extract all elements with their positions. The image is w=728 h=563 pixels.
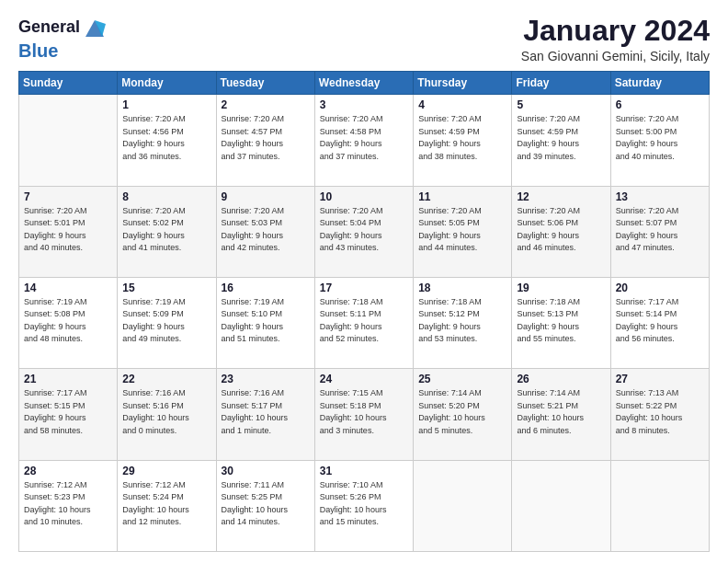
logo: General Blue (18, 15, 108, 61)
weekday-header-friday: Friday (512, 72, 610, 95)
day-number: 24 (320, 373, 408, 385)
day-info: Sunrise: 7:18 AM Sunset: 5:12 PM Dayligh… (418, 296, 506, 346)
calendar-cell: 29Sunrise: 7:12 AM Sunset: 5:24 PM Dayli… (118, 460, 216, 551)
calendar-cell: 2Sunrise: 7:20 AM Sunset: 4:57 PM Daylig… (216, 95, 314, 186)
calendar-week-row: 7Sunrise: 7:20 AM Sunset: 5:01 PM Daylig… (19, 186, 710, 277)
calendar-cell: 12Sunrise: 7:20 AM Sunset: 5:06 PM Dayli… (512, 186, 610, 277)
calendar-cell: 26Sunrise: 7:14 AM Sunset: 5:21 PM Dayli… (512, 369, 610, 460)
day-info: Sunrise: 7:20 AM Sunset: 5:06 PM Dayligh… (517, 205, 605, 255)
day-info: Sunrise: 7:14 AM Sunset: 5:20 PM Dayligh… (418, 387, 506, 437)
day-number: 20 (616, 282, 704, 294)
logo-text-general: General (18, 18, 80, 37)
day-info: Sunrise: 7:20 AM Sunset: 4:59 PM Dayligh… (517, 113, 605, 163)
calendar-cell: 6Sunrise: 7:20 AM Sunset: 5:00 PM Daylig… (610, 95, 709, 186)
weekday-header-wednesday: Wednesday (314, 72, 413, 95)
calendar-cell: 16Sunrise: 7:19 AM Sunset: 5:10 PM Dayli… (216, 277, 314, 368)
day-number: 10 (320, 190, 408, 203)
day-info: Sunrise: 7:20 AM Sunset: 5:00 PM Dayligh… (616, 113, 704, 163)
calendar-cell: 8Sunrise: 7:20 AM Sunset: 5:02 PM Daylig… (118, 186, 216, 277)
day-info: Sunrise: 7:17 AM Sunset: 5:14 PM Dayligh… (616, 296, 704, 346)
calendar-cell: 9Sunrise: 7:20 AM Sunset: 5:03 PM Daylig… (216, 186, 314, 277)
day-info: Sunrise: 7:20 AM Sunset: 5:02 PM Dayligh… (122, 205, 210, 255)
day-number: 11 (418, 190, 506, 203)
page: General Blue January 2024 San Giovanni G… (0, 0, 728, 563)
day-number: 25 (418, 373, 506, 385)
calendar-cell (19, 95, 118, 186)
day-number: 2 (222, 98, 310, 111)
calendar-week-row: 28Sunrise: 7:12 AM Sunset: 5:23 PM Dayli… (19, 460, 710, 551)
calendar-cell: 4Sunrise: 7:20 AM Sunset: 4:59 PM Daylig… (414, 95, 512, 186)
day-info: Sunrise: 7:18 AM Sunset: 5:11 PM Dayligh… (320, 296, 408, 346)
day-number: 21 (24, 373, 112, 385)
day-info: Sunrise: 7:19 AM Sunset: 5:08 PM Dayligh… (24, 296, 112, 346)
day-number: 8 (122, 190, 210, 203)
calendar-cell: 28Sunrise: 7:12 AM Sunset: 5:23 PM Dayli… (19, 460, 118, 551)
calendar-cell: 3Sunrise: 7:20 AM Sunset: 4:58 PM Daylig… (314, 95, 413, 186)
calendar-cell: 23Sunrise: 7:16 AM Sunset: 5:17 PM Dayli… (216, 369, 314, 460)
calendar-cell (610, 460, 709, 551)
day-number: 13 (616, 190, 704, 203)
day-number: 1 (122, 98, 210, 111)
day-number: 30 (222, 465, 310, 477)
logo-text-blue: Blue (18, 40, 58, 61)
day-info: Sunrise: 7:19 AM Sunset: 5:09 PM Dayligh… (122, 296, 210, 346)
day-number: 16 (222, 282, 310, 294)
calendar-week-row: 21Sunrise: 7:17 AM Sunset: 5:15 PM Dayli… (19, 369, 710, 460)
calendar-week-row: 14Sunrise: 7:19 AM Sunset: 5:08 PM Dayli… (19, 277, 710, 368)
day-info: Sunrise: 7:20 AM Sunset: 4:57 PM Dayligh… (222, 113, 310, 163)
day-number: 19 (517, 282, 605, 294)
month-title: January 2024 (521, 15, 710, 47)
calendar-cell: 30Sunrise: 7:11 AM Sunset: 5:25 PM Dayli… (216, 460, 314, 551)
calendar-cell: 31Sunrise: 7:10 AM Sunset: 5:26 PM Dayli… (314, 460, 413, 551)
weekday-header-tuesday: Tuesday (216, 72, 314, 95)
calendar-cell: 5Sunrise: 7:20 AM Sunset: 4:59 PM Daylig… (512, 95, 610, 186)
day-number: 7 (24, 190, 112, 203)
day-number: 6 (616, 98, 704, 111)
day-info: Sunrise: 7:13 AM Sunset: 5:22 PM Dayligh… (616, 387, 704, 437)
day-number: 5 (517, 98, 605, 111)
day-number: 9 (222, 190, 310, 203)
calendar-cell: 20Sunrise: 7:17 AM Sunset: 5:14 PM Dayli… (610, 277, 709, 368)
day-number: 18 (418, 282, 506, 294)
calendar-cell: 17Sunrise: 7:18 AM Sunset: 5:11 PM Dayli… (314, 277, 413, 368)
day-number: 15 (122, 282, 210, 294)
weekday-header-saturday: Saturday (610, 72, 709, 95)
day-info: Sunrise: 7:16 AM Sunset: 5:16 PM Dayligh… (122, 387, 210, 437)
day-info: Sunrise: 7:20 AM Sunset: 4:59 PM Dayligh… (418, 113, 506, 163)
day-number: 14 (24, 282, 112, 294)
day-info: Sunrise: 7:20 AM Sunset: 5:07 PM Dayligh… (616, 205, 704, 255)
day-info: Sunrise: 7:11 AM Sunset: 5:25 PM Dayligh… (222, 479, 310, 529)
day-info: Sunrise: 7:18 AM Sunset: 5:13 PM Dayligh… (517, 296, 605, 346)
calendar-cell: 14Sunrise: 7:19 AM Sunset: 5:08 PM Dayli… (19, 277, 118, 368)
weekday-header-sunday: Sunday (19, 72, 118, 95)
day-info: Sunrise: 7:12 AM Sunset: 5:23 PM Dayligh… (24, 479, 112, 529)
calendar-cell: 10Sunrise: 7:20 AM Sunset: 5:04 PM Dayli… (314, 186, 413, 277)
calendar-cell: 18Sunrise: 7:18 AM Sunset: 5:12 PM Dayli… (414, 277, 512, 368)
weekday-header-thursday: Thursday (414, 72, 512, 95)
calendar-cell: 25Sunrise: 7:14 AM Sunset: 5:20 PM Dayli… (414, 369, 512, 460)
day-number: 27 (616, 373, 704, 385)
calendar-cell: 21Sunrise: 7:17 AM Sunset: 5:15 PM Dayli… (19, 369, 118, 460)
day-number: 17 (320, 282, 408, 294)
day-info: Sunrise: 7:17 AM Sunset: 5:15 PM Dayligh… (24, 387, 112, 437)
calendar-table: SundayMondayTuesdayWednesdayThursdayFrid… (18, 71, 710, 552)
calendar-cell: 15Sunrise: 7:19 AM Sunset: 5:09 PM Dayli… (118, 277, 216, 368)
weekday-header-monday: Monday (118, 72, 216, 95)
day-number: 3 (320, 98, 408, 111)
day-number: 29 (122, 465, 210, 477)
header: General Blue January 2024 San Giovanni G… (18, 15, 710, 63)
calendar-cell: 1Sunrise: 7:20 AM Sunset: 4:56 PM Daylig… (118, 95, 216, 186)
calendar-cell (512, 460, 610, 551)
day-number: 28 (24, 465, 112, 477)
day-info: Sunrise: 7:10 AM Sunset: 5:26 PM Dayligh… (320, 479, 408, 529)
day-number: 4 (418, 98, 506, 111)
location: San Giovanni Gemini, Sicily, Italy (521, 49, 710, 63)
day-info: Sunrise: 7:20 AM Sunset: 4:58 PM Dayligh… (320, 113, 408, 163)
logo-icon (82, 15, 108, 40)
calendar-cell: 19Sunrise: 7:18 AM Sunset: 5:13 PM Dayli… (512, 277, 610, 368)
calendar-cell: 22Sunrise: 7:16 AM Sunset: 5:16 PM Dayli… (118, 369, 216, 460)
calendar-week-row: 1Sunrise: 7:20 AM Sunset: 4:56 PM Daylig… (19, 95, 710, 186)
calendar-cell: 7Sunrise: 7:20 AM Sunset: 5:01 PM Daylig… (19, 186, 118, 277)
day-info: Sunrise: 7:20 AM Sunset: 5:03 PM Dayligh… (222, 205, 310, 255)
day-info: Sunrise: 7:16 AM Sunset: 5:17 PM Dayligh… (222, 387, 310, 437)
